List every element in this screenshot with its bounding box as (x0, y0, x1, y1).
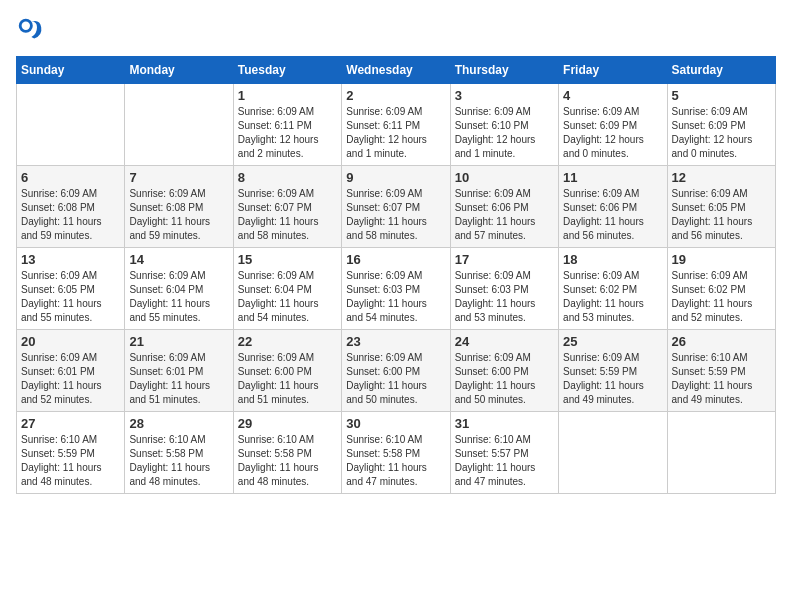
calendar-cell: 16Sunrise: 6:09 AM Sunset: 6:03 PM Dayli… (342, 248, 450, 330)
day-info: Sunrise: 6:09 AM Sunset: 6:02 PM Dayligh… (672, 269, 771, 325)
calendar-cell: 2Sunrise: 6:09 AM Sunset: 6:11 PM Daylig… (342, 84, 450, 166)
calendar-cell: 17Sunrise: 6:09 AM Sunset: 6:03 PM Dayli… (450, 248, 558, 330)
calendar-cell: 30Sunrise: 6:10 AM Sunset: 5:58 PM Dayli… (342, 412, 450, 494)
calendar-week-row: 13Sunrise: 6:09 AM Sunset: 6:05 PM Dayli… (17, 248, 776, 330)
day-number: 28 (129, 416, 228, 431)
day-number: 5 (672, 88, 771, 103)
calendar-cell: 14Sunrise: 6:09 AM Sunset: 6:04 PM Dayli… (125, 248, 233, 330)
calendar-cell: 18Sunrise: 6:09 AM Sunset: 6:02 PM Dayli… (559, 248, 667, 330)
day-info: Sunrise: 6:10 AM Sunset: 5:59 PM Dayligh… (21, 433, 120, 489)
calendar-cell: 26Sunrise: 6:10 AM Sunset: 5:59 PM Dayli… (667, 330, 775, 412)
calendar-cell: 24Sunrise: 6:09 AM Sunset: 6:00 PM Dayli… (450, 330, 558, 412)
day-info: Sunrise: 6:09 AM Sunset: 6:02 PM Dayligh… (563, 269, 662, 325)
calendar-cell (559, 412, 667, 494)
day-info: Sunrise: 6:09 AM Sunset: 6:10 PM Dayligh… (455, 105, 554, 161)
day-number: 7 (129, 170, 228, 185)
day-number: 18 (563, 252, 662, 267)
day-info: Sunrise: 6:09 AM Sunset: 6:04 PM Dayligh… (238, 269, 337, 325)
day-number: 8 (238, 170, 337, 185)
day-info: Sunrise: 6:09 AM Sunset: 6:03 PM Dayligh… (455, 269, 554, 325)
day-number: 19 (672, 252, 771, 267)
day-info: Sunrise: 6:09 AM Sunset: 6:06 PM Dayligh… (455, 187, 554, 243)
day-info: Sunrise: 6:09 AM Sunset: 6:08 PM Dayligh… (129, 187, 228, 243)
day-info: Sunrise: 6:09 AM Sunset: 6:09 PM Dayligh… (563, 105, 662, 161)
day-info: Sunrise: 6:09 AM Sunset: 6:01 PM Dayligh… (129, 351, 228, 407)
calendar-cell (17, 84, 125, 166)
calendar-cell: 1Sunrise: 6:09 AM Sunset: 6:11 PM Daylig… (233, 84, 341, 166)
calendar-week-row: 1Sunrise: 6:09 AM Sunset: 6:11 PM Daylig… (17, 84, 776, 166)
day-info: Sunrise: 6:09 AM Sunset: 6:03 PM Dayligh… (346, 269, 445, 325)
calendar-cell: 21Sunrise: 6:09 AM Sunset: 6:01 PM Dayli… (125, 330, 233, 412)
day-number: 26 (672, 334, 771, 349)
day-info: Sunrise: 6:09 AM Sunset: 5:59 PM Dayligh… (563, 351, 662, 407)
calendar-cell: 7Sunrise: 6:09 AM Sunset: 6:08 PM Daylig… (125, 166, 233, 248)
day-number: 16 (346, 252, 445, 267)
day-info: Sunrise: 6:09 AM Sunset: 6:01 PM Dayligh… (21, 351, 120, 407)
day-number: 14 (129, 252, 228, 267)
calendar-cell: 28Sunrise: 6:10 AM Sunset: 5:58 PM Dayli… (125, 412, 233, 494)
day-number: 21 (129, 334, 228, 349)
weekday-header: Sunday (17, 57, 125, 84)
day-info: Sunrise: 6:09 AM Sunset: 6:11 PM Dayligh… (238, 105, 337, 161)
day-number: 20 (21, 334, 120, 349)
day-number: 4 (563, 88, 662, 103)
calendar-cell (667, 412, 775, 494)
day-info: Sunrise: 6:09 AM Sunset: 6:07 PM Dayligh… (346, 187, 445, 243)
calendar-cell: 8Sunrise: 6:09 AM Sunset: 6:07 PM Daylig… (233, 166, 341, 248)
calendar-week-row: 6Sunrise: 6:09 AM Sunset: 6:08 PM Daylig… (17, 166, 776, 248)
day-info: Sunrise: 6:10 AM Sunset: 5:58 PM Dayligh… (129, 433, 228, 489)
day-number: 11 (563, 170, 662, 185)
calendar-cell (125, 84, 233, 166)
weekday-header: Thursday (450, 57, 558, 84)
calendar-cell: 25Sunrise: 6:09 AM Sunset: 5:59 PM Dayli… (559, 330, 667, 412)
calendar-cell: 11Sunrise: 6:09 AM Sunset: 6:06 PM Dayli… (559, 166, 667, 248)
calendar-cell: 4Sunrise: 6:09 AM Sunset: 6:09 PM Daylig… (559, 84, 667, 166)
calendar-cell: 15Sunrise: 6:09 AM Sunset: 6:04 PM Dayli… (233, 248, 341, 330)
day-number: 25 (563, 334, 662, 349)
day-info: Sunrise: 6:10 AM Sunset: 5:57 PM Dayligh… (455, 433, 554, 489)
calendar-cell: 27Sunrise: 6:10 AM Sunset: 5:59 PM Dayli… (17, 412, 125, 494)
day-info: Sunrise: 6:09 AM Sunset: 6:00 PM Dayligh… (346, 351, 445, 407)
day-info: Sunrise: 6:09 AM Sunset: 6:00 PM Dayligh… (455, 351, 554, 407)
day-number: 15 (238, 252, 337, 267)
day-number: 6 (21, 170, 120, 185)
day-number: 3 (455, 88, 554, 103)
calendar-cell: 22Sunrise: 6:09 AM Sunset: 6:00 PM Dayli… (233, 330, 341, 412)
calendar-cell: 13Sunrise: 6:09 AM Sunset: 6:05 PM Dayli… (17, 248, 125, 330)
day-number: 2 (346, 88, 445, 103)
day-number: 22 (238, 334, 337, 349)
day-info: Sunrise: 6:10 AM Sunset: 5:59 PM Dayligh… (672, 351, 771, 407)
day-number: 9 (346, 170, 445, 185)
calendar-cell: 12Sunrise: 6:09 AM Sunset: 6:05 PM Dayli… (667, 166, 775, 248)
calendar-week-row: 27Sunrise: 6:10 AM Sunset: 5:59 PM Dayli… (17, 412, 776, 494)
day-number: 24 (455, 334, 554, 349)
day-info: Sunrise: 6:09 AM Sunset: 6:08 PM Dayligh… (21, 187, 120, 243)
logo (16, 16, 48, 44)
day-info: Sunrise: 6:09 AM Sunset: 6:00 PM Dayligh… (238, 351, 337, 407)
day-number: 17 (455, 252, 554, 267)
calendar-header-row: SundayMondayTuesdayWednesdayThursdayFrid… (17, 57, 776, 84)
calendar-cell: 23Sunrise: 6:09 AM Sunset: 6:00 PM Dayli… (342, 330, 450, 412)
weekday-header: Monday (125, 57, 233, 84)
weekday-header: Tuesday (233, 57, 341, 84)
svg-point-1 (22, 22, 30, 30)
calendar-cell: 20Sunrise: 6:09 AM Sunset: 6:01 PM Dayli… (17, 330, 125, 412)
calendar-cell: 5Sunrise: 6:09 AM Sunset: 6:09 PM Daylig… (667, 84, 775, 166)
calendar-table: SundayMondayTuesdayWednesdayThursdayFrid… (16, 56, 776, 494)
day-number: 23 (346, 334, 445, 349)
calendar-cell: 29Sunrise: 6:10 AM Sunset: 5:58 PM Dayli… (233, 412, 341, 494)
day-info: Sunrise: 6:09 AM Sunset: 6:11 PM Dayligh… (346, 105, 445, 161)
calendar-cell: 19Sunrise: 6:09 AM Sunset: 6:02 PM Dayli… (667, 248, 775, 330)
day-info: Sunrise: 6:10 AM Sunset: 5:58 PM Dayligh… (346, 433, 445, 489)
day-info: Sunrise: 6:09 AM Sunset: 6:06 PM Dayligh… (563, 187, 662, 243)
weekday-header: Saturday (667, 57, 775, 84)
day-number: 31 (455, 416, 554, 431)
calendar-cell: 9Sunrise: 6:09 AM Sunset: 6:07 PM Daylig… (342, 166, 450, 248)
calendar-week-row: 20Sunrise: 6:09 AM Sunset: 6:01 PM Dayli… (17, 330, 776, 412)
day-number: 27 (21, 416, 120, 431)
day-number: 13 (21, 252, 120, 267)
weekday-header: Friday (559, 57, 667, 84)
weekday-header: Wednesday (342, 57, 450, 84)
day-number: 12 (672, 170, 771, 185)
day-info: Sunrise: 6:09 AM Sunset: 6:05 PM Dayligh… (672, 187, 771, 243)
